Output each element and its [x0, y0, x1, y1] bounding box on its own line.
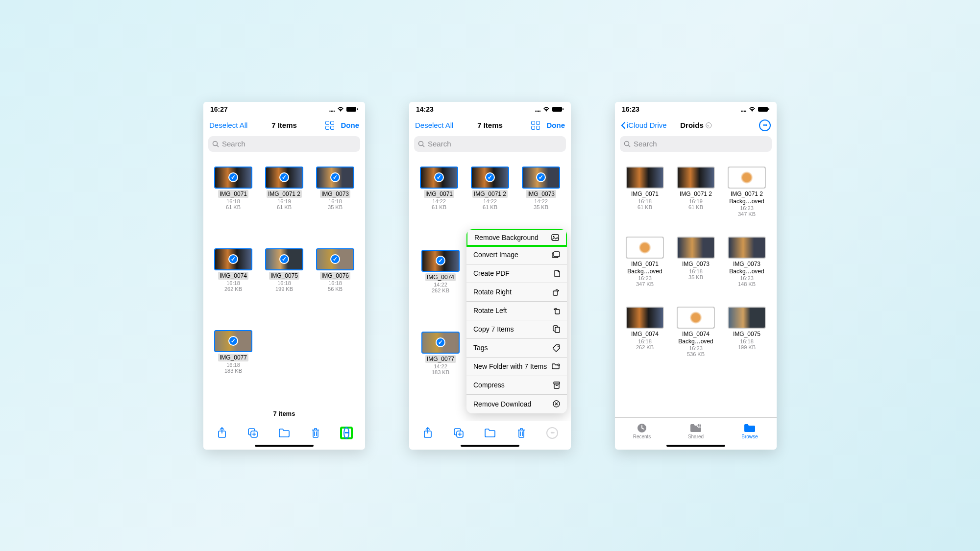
menu-item-label: Convert Image	[473, 251, 518, 259]
file-item[interactable]: IMG_0071 Backg…oved 16:23 347 KB	[622, 237, 668, 287]
chevron-down-icon[interactable]: ⌄	[706, 122, 711, 128]
copy-icon	[553, 325, 560, 333]
file-item[interactable]: ✓ IMG_0073 14:22 35 KB	[518, 167, 564, 210]
svg-rect-34	[758, 107, 768, 112]
file-item[interactable]: IMG_0071 2 16:19 61 KB	[673, 167, 719, 217]
svg-rect-35	[768, 108, 769, 110]
bottom-toolbar: •••	[203, 421, 365, 445]
duplicate-button[interactable]	[246, 427, 259, 439]
tab-recents[interactable]: Recents	[615, 418, 669, 445]
menu-item-convert-image[interactable]: Convert Image	[466, 246, 567, 264]
more-actions-button[interactable]: •••	[340, 427, 353, 439]
file-thumbnail	[626, 167, 664, 189]
home-indicator	[666, 445, 725, 447]
duplicate-button[interactable]	[452, 427, 465, 439]
file-item[interactable]: ✓ IMG_0071 16:18 61 KB	[210, 167, 256, 210]
file-item[interactable]: IMG_0074 Backg…oved 16:23 536 KB	[673, 307, 719, 357]
more-actions-button[interactable]: •••	[759, 120, 771, 131]
file-name: IMG_0071	[630, 260, 660, 268]
deselect-all-button[interactable]: Deselect All	[415, 121, 453, 129]
file-size: 536 KB	[687, 351, 705, 357]
file-thumbnail: ✓	[522, 167, 560, 189]
move-button[interactable]	[484, 427, 496, 439]
checkmark-icon: ✓	[436, 337, 445, 347]
menu-item-compress[interactable]: Compress	[466, 376, 567, 395]
rotate-left-icon	[553, 307, 560, 314]
folder-title: Droids ⌄	[680, 121, 711, 129]
file-thumbnail: ✓	[214, 248, 252, 270]
menu-item-label: Rotate Right	[473, 288, 512, 296]
search-input[interactable]: Search	[208, 136, 360, 152]
tab-shared[interactable]: Shared	[669, 418, 723, 445]
checkmark-icon: ✓	[228, 172, 238, 182]
svg-rect-0	[346, 107, 356, 112]
delete-button[interactable]	[515, 427, 528, 439]
file-item[interactable]: IMG_0075 16:18 199 KB	[724, 307, 770, 357]
menu-item-copy-7-items[interactable]: Copy 7 Items	[466, 320, 567, 339]
menu-item-new-folder-with-7-items[interactable]: New Folder with 7 Items	[466, 358, 567, 376]
deselect-all-button[interactable]: Deselect All	[209, 121, 247, 129]
file-size: 262 KB	[224, 286, 242, 292]
file-time: 16:23	[638, 275, 652, 281]
back-button[interactable]: iCloud Drive	[621, 121, 667, 129]
move-button[interactable]	[278, 427, 291, 439]
remove-download-icon	[553, 400, 560, 407]
file-thumbnail: ✓	[214, 330, 252, 352]
file-time: 16:18	[328, 198, 342, 204]
file-time: 16:18	[689, 268, 703, 274]
file-item[interactable]: ✓ IMG_0074 14:22 262 KB	[421, 250, 460, 293]
file-item[interactable]: ✓ IMG_0073 16:18 35 KB	[312, 167, 358, 210]
file-thumbnail	[728, 167, 766, 189]
file-thumbnail: ✓	[316, 167, 354, 189]
file-item[interactable]: ✓ IMG_0077 16:18 183 KB	[210, 330, 256, 374]
file-item[interactable]: ✓ IMG_0075 16:18 199 KB	[261, 248, 307, 292]
delete-button[interactable]	[309, 427, 322, 439]
svg-point-22	[558, 345, 559, 346]
menu-item-remove-download[interactable]: Remove Download	[466, 395, 567, 413]
tab-browse[interactable]: Browse	[723, 418, 777, 445]
archive-icon	[553, 382, 560, 389]
tag-icon	[553, 344, 560, 352]
checkmark-icon: ✓	[228, 254, 238, 264]
file-item[interactable]: ✓ IMG_0071 2 14:22 61 KB	[467, 167, 513, 210]
svg-rect-10	[552, 107, 562, 112]
share-button[interactable]	[421, 427, 434, 439]
file-item[interactable]: IMG_0073 16:18 35 KB	[673, 237, 719, 287]
menu-item-rotate-left[interactable]: Rotate Left	[466, 302, 567, 320]
done-button[interactable]: Done	[341, 121, 360, 129]
search-icon	[212, 141, 219, 147]
file-item[interactable]: ✓ IMG_0076 16:18 56 KB	[312, 248, 358, 292]
image-remove-icon	[551, 234, 559, 241]
file-name: IMG_0073	[681, 260, 711, 268]
file-item[interactable]: IMG_0074 16:18 262 KB	[622, 307, 668, 357]
menu-item-create-pdf[interactable]: Create PDF	[466, 264, 567, 283]
menu-item-remove-background[interactable]: Remove Background	[466, 229, 567, 247]
folder-icon	[743, 423, 756, 433]
wifi-icon	[337, 106, 344, 112]
file-item[interactable]: ✓ IMG_0071 2 16:19 61 KB	[261, 167, 307, 210]
svg-point-12	[419, 141, 423, 145]
file-name: IMG_0077	[218, 354, 248, 361]
share-button[interactable]	[216, 427, 228, 439]
search-input[interactable]: Search	[414, 136, 566, 152]
menu-item-rotate-right[interactable]: Rotate Right	[466, 283, 567, 302]
done-button[interactable]: Done	[547, 121, 565, 129]
file-item[interactable]: IMG_0073 Backg…oved 16:23 148 KB	[724, 237, 770, 287]
menu-item-tags[interactable]: Tags	[466, 339, 567, 358]
search-input[interactable]: Search	[620, 136, 772, 152]
menu-item-label: Remove Download	[473, 400, 531, 408]
file-item[interactable]: IMG_0071 2 Backg…oved 16:23 347 KB	[724, 167, 770, 217]
file-item[interactable]: ✓ IMG_0071 14:22 61 KB	[416, 167, 462, 210]
more-actions-button[interactable]: •••	[546, 427, 559, 439]
view-grid-icon[interactable]	[531, 121, 540, 130]
file-item[interactable]: ✓ IMG_0077 14:22 183 KB	[421, 332, 460, 375]
status-bar: 16:27 ....	[203, 102, 365, 117]
file-thumbnail	[626, 237, 664, 259]
status-indicators: ....	[535, 105, 564, 113]
file-name: IMG_0071	[218, 190, 248, 198]
file-item[interactable]: ✓ IMG_0074 16:18 262 KB	[210, 248, 256, 292]
view-grid-icon[interactable]	[325, 121, 334, 130]
file-item[interactable]: IMG_0071 16:18 61 KB	[622, 167, 668, 217]
file-name: IMG_0077	[425, 355, 456, 363]
file-thumbnail	[677, 167, 715, 189]
